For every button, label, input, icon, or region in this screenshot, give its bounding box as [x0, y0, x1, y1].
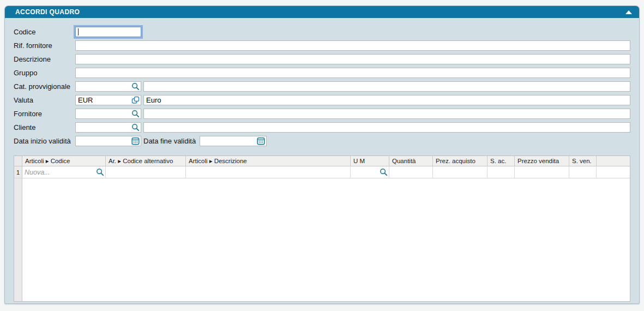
gruppo-label: Gruppo — [14, 69, 75, 77]
search-icon[interactable] — [131, 110, 140, 118]
form-row-cliente: Cliente — [14, 121, 630, 134]
cat-provvigionale-code-field[interactable] — [75, 81, 141, 92]
search-icon[interactable] — [380, 168, 388, 176]
cat-provvigionale-descr-input — [145, 82, 629, 91]
cat-provvigionale-descr-field — [143, 81, 630, 92]
codice-field[interactable] — [75, 27, 141, 37]
data-inizio-label: Data inizio validità — [14, 137, 75, 145]
quantita-input[interactable] — [390, 169, 431, 176]
fornitore-code-input[interactable] — [77, 110, 130, 118]
accordi-quadro-panel: ACCORDI QUADRO Codice Rif. fornitore Des… — [4, 5, 640, 304]
linked-record-icon[interactable] — [131, 96, 140, 104]
panel-title-bar: ACCORDI QUADRO — [5, 6, 639, 18]
cell-s-ac[interactable] — [487, 166, 515, 178]
form-row-cat-provvigionale: Cat. provvigionale — [14, 80, 630, 93]
collapse-panel-icon[interactable] — [625, 10, 632, 14]
panel-title: ACCORDI QUADRO — [5, 8, 80, 16]
row-number-cell[interactable]: 1 — [14, 166, 22, 178]
column-header-um[interactable]: U M — [351, 156, 389, 166]
column-header-s-ac[interactable]: S. ac. — [487, 156, 515, 166]
cliente-name-field — [143, 122, 630, 133]
column-header-articoli-descrizione[interactable]: Articoli ▸ Descrizione — [186, 156, 351, 166]
cell-prezzo-vendita[interactable] — [515, 166, 569, 178]
form-row-validita: Data inizio validità Data fine validità — [14, 134, 630, 148]
articolo-codice-input[interactable] — [23, 169, 95, 176]
form-row-rif-fornitore: Rif. fornitore — [14, 39, 630, 52]
cell-articolo-descrizione[interactable] — [186, 166, 351, 178]
data-fine-field[interactable] — [200, 136, 267, 146]
table-body-space — [22, 178, 630, 301]
cliente-code-field[interactable] — [75, 122, 141, 133]
data-inizio-input[interactable] — [77, 137, 130, 145]
gruppo-input[interactable] — [77, 69, 629, 77]
row-number-gutter — [14, 178, 22, 301]
cell-codice-alternativo[interactable] — [106, 166, 186, 178]
table-empty-area — [14, 178, 630, 301]
codice-label: Codice — [14, 28, 75, 36]
um-input[interactable] — [352, 169, 378, 176]
form-row-fornitore: Fornitore — [14, 107, 630, 121]
valuta-code-field[interactable] — [75, 95, 141, 105]
valuta-name-field — [143, 95, 630, 105]
cell-quantita[interactable] — [389, 166, 433, 178]
s-ac-input[interactable] — [489, 169, 513, 176]
search-icon[interactable] — [96, 168, 104, 176]
fornitore-name-input — [145, 110, 629, 118]
cliente-code-input[interactable] — [77, 123, 130, 131]
column-header-prez-acquisto[interactable]: Prez. acquisto — [433, 156, 487, 166]
descrizione-input[interactable] — [77, 55, 629, 63]
rif-fornitore-field[interactable] — [75, 40, 630, 51]
articolo-descrizione-input[interactable] — [187, 169, 349, 176]
header-form: Codice Rif. fornitore Descrizione Gruppo — [14, 25, 630, 148]
descrizione-field[interactable] — [75, 54, 630, 64]
form-row-gruppo: Gruppo — [14, 66, 630, 80]
rif-fornitore-label: Rif. fornitore — [14, 41, 75, 50]
descrizione-label: Descrizione — [14, 55, 75, 63]
column-header-articoli-codice[interactable]: Articoli ▸ Codice — [22, 156, 106, 166]
column-header-extra — [597, 156, 630, 166]
codice-alternativo-input[interactable] — [107, 169, 184, 176]
table-header-row: Articoli ▸ Codice Ar. ▸ Codice alternati… — [14, 156, 630, 166]
fornitore-code-field[interactable] — [75, 109, 141, 119]
column-header-quantita[interactable]: Quantità — [389, 156, 433, 166]
codice-input[interactable] — [79, 28, 140, 36]
form-row-codice: Codice — [14, 25, 630, 39]
fornitore-name-field — [143, 109, 630, 119]
prezzo-vendita-input[interactable] — [516, 169, 568, 176]
valuta-code-input[interactable] — [77, 96, 130, 104]
valuta-label: Valuta — [14, 96, 75, 104]
calendar-icon[interactable] — [131, 137, 140, 145]
search-icon[interactable] — [131, 123, 140, 131]
search-icon[interactable] — [131, 82, 140, 91]
cat-provvigionale-label: Cat. provvigionale — [14, 82, 75, 91]
form-row-valuta: Valuta — [14, 93, 630, 107]
rif-fornitore-input[interactable] — [77, 41, 629, 50]
data-fine-input[interactable] — [201, 137, 256, 145]
form-row-descrizione: Descrizione — [14, 52, 630, 66]
cell-articolo-codice[interactable] — [22, 166, 106, 178]
cell-extra — [597, 166, 630, 178]
column-header-s-ven[interactable]: S. ven. — [569, 156, 597, 166]
cliente-name-input — [145, 123, 629, 131]
data-fine-label: Data fine validità — [143, 137, 200, 145]
s-ven-input[interactable] — [570, 169, 595, 176]
calendar-icon[interactable] — [257, 137, 265, 145]
cell-um[interactable] — [351, 166, 389, 178]
prez-acquisto-input[interactable] — [434, 169, 486, 176]
fornitore-label: Fornitore — [14, 110, 75, 118]
column-header-prezzo-vendita[interactable]: Prezzo vendita — [515, 156, 569, 166]
cat-provvigionale-code-input[interactable] — [77, 82, 130, 91]
cell-s-ven[interactable] — [569, 166, 597, 178]
valuta-name-input — [145, 96, 629, 104]
cliente-label: Cliente — [14, 123, 75, 131]
data-inizio-field[interactable] — [75, 136, 141, 146]
row-number-header — [14, 156, 22, 166]
column-header-codice-alternativo[interactable]: Ar. ▸ Codice alternativo — [106, 156, 186, 166]
table-row: 1 — [14, 166, 630, 178]
gruppo-field[interactable] — [75, 68, 630, 78]
cell-prez-acquisto[interactable] — [433, 166, 487, 178]
articles-table: Articoli ▸ Codice Ar. ▸ Codice alternati… — [14, 156, 630, 302]
